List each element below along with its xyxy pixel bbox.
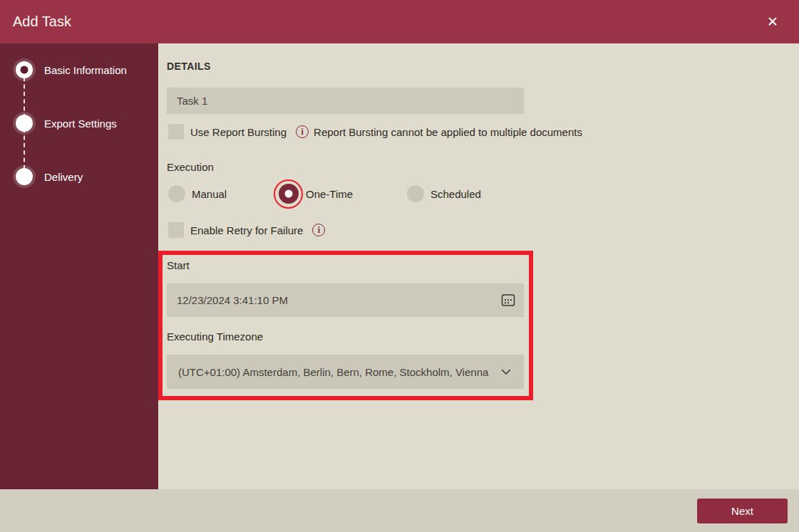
- enable-retry-label: Enable Retry for Failure: [190, 224, 303, 236]
- radio-scheduled[interactable]: Scheduled: [407, 179, 481, 209]
- use-report-bursting-checkbox[interactable]: [168, 124, 184, 140]
- calendar-icon[interactable]: [501, 293, 515, 307]
- start-label: Start: [167, 259, 190, 271]
- step-label: Export Settings: [44, 118, 117, 130]
- radio-one-time[interactable]: One-Time: [274, 179, 353, 209]
- dialog-body: DETAILS Use Report Bursting i Report Bur…: [158, 43, 799, 489]
- info-icon[interactable]: i: [312, 224, 325, 236]
- radio-manual[interactable]: Manual: [168, 179, 227, 209]
- timezone-selected-value: (UTC+01:00) Amsterdam, Berlin, Bern, Rom…: [178, 366, 488, 378]
- timezone-label: Executing Timezone: [167, 330, 263, 343]
- use-report-bursting-label: Use Report Bursting: [190, 126, 287, 138]
- start-datetime-input[interactable]: 12/23/2024 3:41:10 PM: [167, 283, 524, 317]
- execution-label: Execution: [167, 161, 214, 173]
- enable-retry-row: Enable Retry for Failure i: [168, 221, 325, 239]
- step-active-circle-icon: [16, 61, 33, 78]
- step-label: Basic Information: [44, 64, 127, 76]
- close-button[interactable]: ✕: [763, 13, 782, 31]
- sidebar-item-delivery[interactable]: Delivery: [16, 164, 83, 189]
- radio-unselected-icon: [168, 185, 185, 202]
- radio-manual-label: Manual: [192, 188, 227, 200]
- stepper-sidebar: Basic Information Export Settings Delive…: [0, 43, 158, 489]
- step-circle-icon: [16, 168, 33, 185]
- next-button[interactable]: Next: [697, 499, 788, 523]
- radio-one-time-label: One-Time: [306, 188, 353, 200]
- dialog-title: Add Task: [13, 0, 71, 43]
- chevron-down-icon: [501, 365, 511, 378]
- radio-selected-icon: [279, 184, 299, 204]
- sidebar-item-basic-information[interactable]: Basic Information: [16, 57, 127, 83]
- timezone-select[interactable]: (UTC+01:00) Amsterdam, Berlin, Bern, Rom…: [167, 355, 524, 389]
- sidebar-item-export-settings[interactable]: Export Settings: [16, 110, 117, 136]
- close-icon: ✕: [767, 14, 778, 29]
- radio-unselected-icon: [407, 185, 424, 202]
- execution-radio-group: Manual One-Time Scheduled: [158, 179, 799, 209]
- task-name-input[interactable]: [167, 88, 524, 114]
- dialog-header: Add Task ✕: [0, 0, 799, 43]
- enable-retry-checkbox[interactable]: [168, 222, 184, 238]
- info-icon[interactable]: i: [296, 125, 309, 138]
- add-task-dialog: Add Task ✕ Basic Information Export Sett…: [0, 0, 799, 532]
- click-annotation-ring: [274, 179, 303, 209]
- radio-scheduled-label: Scheduled: [431, 188, 481, 200]
- step-circle-icon: [16, 115, 33, 132]
- start-datetime-value: 12/23/2024 3:41:10 PM: [177, 294, 288, 306]
- report-bursting-row: Use Report Bursting i Report Bursting ca…: [168, 123, 582, 140]
- dialog-footer: Next: [0, 489, 799, 532]
- step-label: Delivery: [44, 171, 83, 183]
- report-bursting-note: Report Bursting cannot be applied to mul…: [314, 126, 582, 138]
- details-section-title: DETAILS: [167, 61, 211, 72]
